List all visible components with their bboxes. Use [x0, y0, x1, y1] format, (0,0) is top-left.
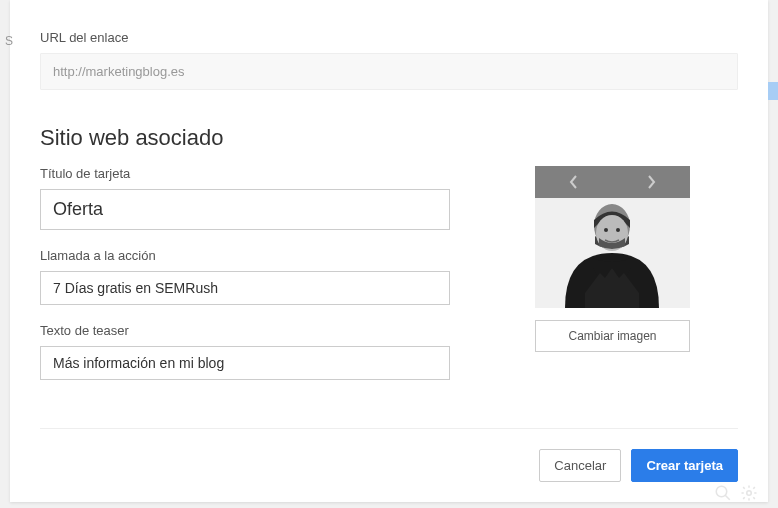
- fields-column: Título de tarjeta Llamada a la acción Te…: [40, 166, 450, 398]
- modal-content: URL del enlace Sitio web asociado Título…: [40, 30, 738, 398]
- cancel-button[interactable]: Cancelar: [539, 449, 621, 482]
- card-title-label: Título de tarjeta: [40, 166, 450, 181]
- gear-icon[interactable]: [740, 484, 758, 502]
- image-preview-container: [535, 166, 690, 308]
- card-title-group: Título de tarjeta: [40, 166, 450, 230]
- teaser-group: Texto de teaser: [40, 323, 450, 380]
- card-title-input[interactable]: [40, 189, 450, 230]
- prev-image-button[interactable]: [535, 166, 613, 198]
- next-image-button[interactable]: [613, 166, 691, 198]
- main-row: Título de tarjeta Llamada a la acción Te…: [40, 166, 738, 398]
- background-letter: S: [5, 34, 13, 48]
- background-stripe: [768, 82, 778, 100]
- chevron-right-icon: [645, 174, 657, 190]
- svg-point-5: [716, 486, 727, 497]
- svg-point-4: [616, 228, 620, 232]
- chevron-left-icon: [568, 174, 580, 190]
- teaser-label: Texto de teaser: [40, 323, 450, 338]
- cta-group: Llamada a la acción: [40, 248, 450, 305]
- image-nav-bar: [535, 166, 690, 198]
- svg-point-7: [747, 491, 752, 496]
- search-icon[interactable]: [714, 484, 732, 502]
- create-card-button[interactable]: Crear tarjeta: [631, 449, 738, 482]
- modal-footer: Cancelar Crear tarjeta: [40, 428, 738, 482]
- svg-point-3: [604, 228, 608, 232]
- section-title: Sitio web asociado: [40, 125, 738, 151]
- create-card-modal: URL del enlace Sitio web asociado Título…: [10, 0, 768, 502]
- preview-image: [535, 198, 690, 308]
- person-photo: [535, 198, 690, 308]
- url-label: URL del enlace: [40, 30, 738, 45]
- svg-line-6: [725, 495, 730, 500]
- url-field-group: URL del enlace: [40, 30, 738, 90]
- teaser-input[interactable]: [40, 346, 450, 380]
- change-image-button[interactable]: Cambiar imagen: [535, 320, 690, 352]
- url-input[interactable]: [40, 53, 738, 90]
- cta-input[interactable]: [40, 271, 450, 305]
- bottom-icons: [714, 484, 758, 502]
- image-column: Cambiar imagen: [490, 166, 690, 398]
- cta-label: Llamada a la acción: [40, 248, 450, 263]
